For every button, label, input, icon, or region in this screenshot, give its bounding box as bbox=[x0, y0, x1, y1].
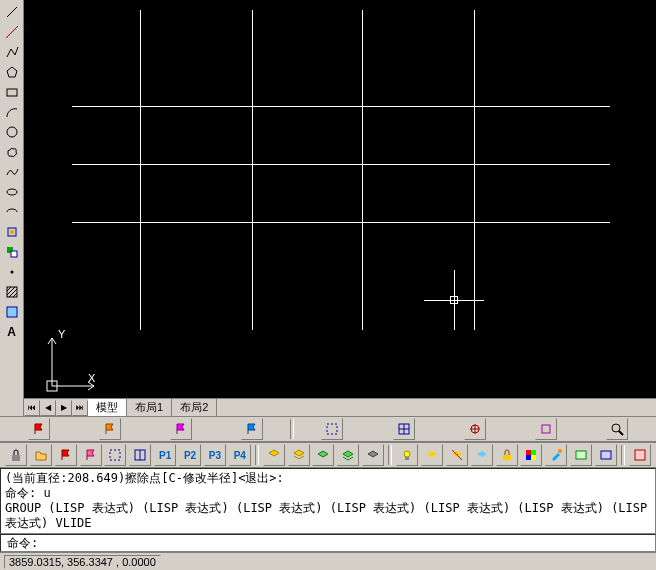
layerstate-icon[interactable] bbox=[570, 444, 592, 466]
svg-rect-7 bbox=[10, 230, 14, 234]
svg-rect-47 bbox=[576, 451, 586, 459]
tab-first[interactable]: ⏮ bbox=[24, 400, 40, 416]
open-icon[interactable] bbox=[30, 444, 52, 466]
layer-props-icon[interactable] bbox=[263, 444, 285, 466]
flag2-icon[interactable] bbox=[99, 418, 121, 440]
flag-pink-icon[interactable] bbox=[80, 444, 102, 466]
mark1-icon[interactable] bbox=[464, 418, 486, 440]
status-coords: 3859.0315, 356.3347 , 0.0000 bbox=[4, 555, 161, 569]
svg-rect-45 bbox=[531, 455, 536, 460]
tool-extra-icon[interactable] bbox=[629, 444, 651, 466]
ucs-x-label: X bbox=[88, 372, 96, 384]
rectangle-tool[interactable] bbox=[1, 82, 23, 102]
status-bar: 3859.0315, 356.3347 , 0.0000 bbox=[0, 552, 656, 570]
tab-model[interactable]: 模型 bbox=[88, 399, 127, 416]
hatch-tool[interactable] bbox=[1, 282, 23, 302]
svg-point-4 bbox=[7, 127, 17, 137]
svg-rect-35 bbox=[110, 450, 120, 460]
flag4-icon[interactable] bbox=[241, 418, 263, 440]
svg-rect-48 bbox=[601, 451, 611, 459]
layer-iso-icon[interactable] bbox=[288, 444, 310, 466]
p2-button[interactable]: P2 bbox=[179, 444, 201, 466]
svg-line-14 bbox=[9, 289, 17, 297]
layer-off-icon[interactable] bbox=[362, 444, 384, 466]
svg-rect-23 bbox=[47, 381, 57, 391]
svg-line-21 bbox=[88, 382, 94, 386]
svg-line-22 bbox=[88, 386, 94, 390]
svg-rect-49 bbox=[635, 450, 645, 460]
flag-red-icon[interactable] bbox=[55, 444, 77, 466]
svg-rect-16 bbox=[7, 307, 17, 317]
circle-tool[interactable] bbox=[1, 122, 23, 142]
grid-blue-icon[interactable] bbox=[129, 444, 151, 466]
svg-marker-2 bbox=[7, 67, 17, 77]
svg-rect-43 bbox=[531, 450, 536, 455]
layout-tabbar: ⏮ ◀ ▶ ⏭ 模型 布局1 布局2 bbox=[24, 398, 656, 416]
svg-line-33 bbox=[619, 431, 623, 435]
layer-prev-icon[interactable] bbox=[312, 444, 334, 466]
command-history[interactable]: (当前直径:208.649)擦除点[C-修改半径]<退出>: 命令: u GRO… bbox=[0, 468, 656, 534]
polygon-tool[interactable] bbox=[1, 62, 23, 82]
lock-icon[interactable] bbox=[5, 444, 27, 466]
svg-rect-11 bbox=[7, 287, 17, 297]
ellipse-tool[interactable] bbox=[1, 182, 23, 202]
tab-layout1[interactable]: 布局1 bbox=[127, 399, 172, 416]
drawing-canvas[interactable]: Y X bbox=[24, 0, 656, 398]
match-icon[interactable] bbox=[545, 444, 567, 466]
sel-blue-icon[interactable] bbox=[104, 444, 126, 466]
select-icon[interactable] bbox=[321, 418, 343, 440]
command-line[interactable]: 命令: bbox=[0, 534, 656, 552]
p3-button[interactable]: P3 bbox=[204, 444, 226, 466]
revcloud-tool[interactable] bbox=[1, 142, 23, 162]
point-tool[interactable] bbox=[1, 262, 23, 282]
freeze2-icon[interactable] bbox=[446, 444, 468, 466]
insert-block-tool[interactable] bbox=[1, 222, 23, 242]
flag3-icon[interactable] bbox=[170, 418, 192, 440]
arc-tool[interactable] bbox=[1, 102, 23, 122]
tool-row-2: P1 P2 P3 P4 bbox=[0, 442, 656, 468]
text-tool[interactable]: A bbox=[1, 322, 23, 342]
svg-rect-3 bbox=[7, 89, 17, 96]
tab-next[interactable]: ▶ bbox=[56, 400, 72, 416]
p1-button[interactable]: P1 bbox=[154, 444, 176, 466]
svg-line-0 bbox=[7, 7, 17, 17]
layer-on-icon[interactable] bbox=[337, 444, 359, 466]
thaw-icon[interactable] bbox=[471, 444, 493, 466]
lock2-icon[interactable] bbox=[496, 444, 518, 466]
svg-rect-24 bbox=[327, 424, 337, 434]
zoom-icon[interactable] bbox=[606, 418, 628, 440]
draw-toolbar: A bbox=[0, 0, 24, 416]
tab-prev[interactable]: ◀ bbox=[40, 400, 56, 416]
bulb-icon[interactable] bbox=[396, 444, 418, 466]
ellipsearc-tool[interactable] bbox=[1, 202, 23, 222]
svg-point-32 bbox=[612, 424, 620, 432]
polyline-tool[interactable] bbox=[1, 42, 23, 62]
color-icon[interactable] bbox=[520, 444, 542, 466]
svg-rect-31 bbox=[542, 425, 550, 433]
region-tool[interactable] bbox=[1, 302, 23, 322]
svg-rect-39 bbox=[405, 457, 409, 460]
svg-rect-41 bbox=[503, 455, 511, 460]
line-tool[interactable] bbox=[1, 2, 23, 22]
spline-tool[interactable] bbox=[1, 162, 23, 182]
svg-point-46 bbox=[558, 449, 562, 453]
tab-last[interactable]: ⏭ bbox=[72, 400, 88, 416]
layerwalk-icon[interactable] bbox=[595, 444, 617, 466]
grid-icon[interactable] bbox=[393, 418, 415, 440]
tool-row-1 bbox=[0, 416, 656, 442]
svg-line-19 bbox=[48, 338, 52, 344]
ucs-icon: Y X bbox=[38, 328, 98, 398]
make-block-tool[interactable] bbox=[1, 242, 23, 262]
command-prompt: 命令: bbox=[7, 535, 38, 552]
svg-point-38 bbox=[404, 451, 410, 457]
svg-rect-44 bbox=[526, 455, 531, 460]
mark2-icon[interactable] bbox=[535, 418, 557, 440]
p4-button[interactable]: P4 bbox=[229, 444, 251, 466]
freeze1-icon[interactable] bbox=[421, 444, 443, 466]
flag1-icon[interactable] bbox=[28, 418, 50, 440]
svg-line-15 bbox=[13, 293, 17, 297]
tab-layout2[interactable]: 布局2 bbox=[172, 399, 217, 416]
svg-point-5 bbox=[7, 189, 17, 195]
svg-line-1 bbox=[6, 26, 18, 38]
construction-line-tool[interactable] bbox=[1, 22, 23, 42]
